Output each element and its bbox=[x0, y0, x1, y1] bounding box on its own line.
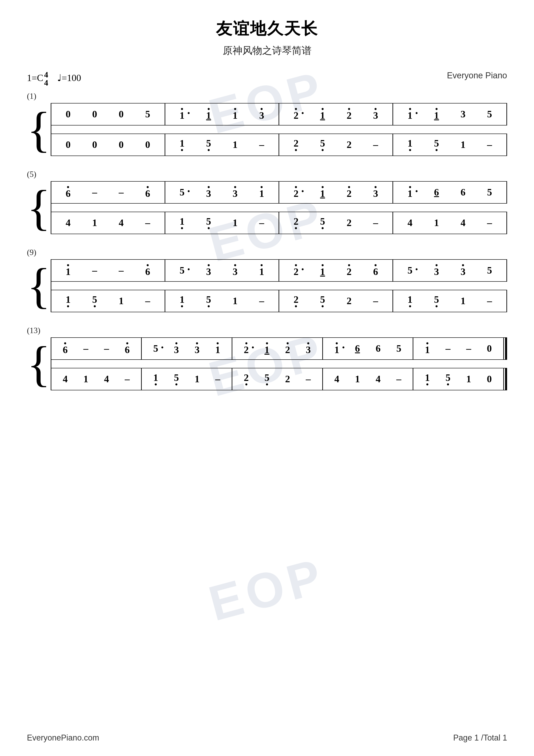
measure-3-2-lower: 1 5 1 – bbox=[165, 290, 279, 312]
note: 1 bbox=[422, 342, 432, 355]
section-num-2: (5) bbox=[27, 170, 507, 179]
note: 1 · bbox=[405, 186, 415, 199]
measure-4-4-lower: 4 1 4 – bbox=[323, 368, 413, 390]
note: 2 · bbox=[291, 264, 301, 277]
note: – bbox=[116, 187, 126, 197]
section-2: (5) { 6 – – 6 bbox=[27, 170, 507, 234]
note: 5 bbox=[443, 373, 453, 385]
note: 1 · bbox=[405, 108, 415, 121]
footer-left: EveryonePiano.com bbox=[27, 733, 99, 742]
page-subtitle: 原神风物之诗琴简谱 bbox=[27, 44, 507, 57]
note: 5 · bbox=[405, 265, 415, 275]
final-barline-upper bbox=[503, 338, 507, 359]
lower-row-2: 4 1 4 – 1 5 bbox=[51, 212, 507, 234]
note: 2 bbox=[291, 295, 301, 307]
section-num-3: (9) bbox=[27, 248, 507, 257]
page: EOP EOP EOP EOP 友谊地久天长 原神风物之诗琴简谱 1=C44 ♩… bbox=[0, 0, 534, 756]
barline bbox=[506, 103, 507, 125]
note: – bbox=[485, 296, 495, 306]
note: 4 bbox=[102, 374, 112, 384]
upper-row-2: 6 – – 6 5 · bbox=[51, 181, 507, 203]
measure-1-3-lower: 2 5 2 – bbox=[279, 134, 393, 155]
note: 1 bbox=[63, 264, 73, 277]
measure-4-3-lower: 2 5 2 – bbox=[232, 368, 322, 390]
note: 1 bbox=[230, 140, 240, 150]
note: – bbox=[394, 374, 404, 384]
measure-3-3-upper: 2 · 1 2 6 bbox=[279, 260, 393, 281]
barline bbox=[506, 260, 507, 281]
note: 0 bbox=[143, 140, 153, 150]
note: 4 bbox=[405, 218, 415, 228]
staff-system-3: { 1 – – 6 bbox=[27, 259, 507, 312]
brace-3: { bbox=[27, 259, 51, 312]
note: 1 bbox=[213, 342, 223, 355]
measure-2-2-lower: 1 5 1 – bbox=[165, 212, 279, 234]
measure-3-1-lower: 1 5 1 – bbox=[51, 290, 165, 312]
note: 5 bbox=[431, 295, 441, 307]
measure-3-3-lower: 2 5 2 – bbox=[279, 290, 393, 312]
note: 4 bbox=[60, 374, 70, 384]
staff-body-3: 1 – – 6 5 · bbox=[51, 259, 507, 312]
note: 5 bbox=[204, 295, 214, 307]
measure-4-5-lower: 1 5 1 0 bbox=[413, 368, 503, 390]
note: 1 bbox=[90, 218, 100, 228]
barline bbox=[506, 182, 507, 203]
note: 1 bbox=[177, 139, 187, 151]
note: 3 bbox=[204, 186, 214, 199]
note: 1 bbox=[464, 374, 474, 384]
note: 2 bbox=[344, 296, 354, 306]
note: 1 bbox=[318, 186, 327, 199]
note: 3 bbox=[371, 186, 381, 199]
lower-row-3: 1 5 1 – bbox=[51, 290, 507, 312]
measure-2-2-upper: 5 · 3 3 1 bbox=[165, 182, 279, 203]
header-info: 1=C44 ♩=100 Everyone Piano bbox=[27, 71, 507, 87]
note: 1 bbox=[431, 108, 441, 121]
note: 1 bbox=[116, 296, 126, 306]
note: – bbox=[371, 140, 381, 150]
note: 6 bbox=[431, 187, 441, 197]
measure-1-4-upper: 1 · 1 3 5 bbox=[393, 103, 506, 125]
measure-2-3-upper: 2 · 1 2 3 bbox=[279, 182, 393, 203]
measure-4-5-upper: 1 – – 0 bbox=[413, 338, 503, 359]
staff-body-4: 6 – – 6 5 · bbox=[51, 338, 507, 390]
note: 1 bbox=[63, 295, 73, 307]
note: 1 bbox=[262, 342, 272, 355]
section-1: (1) { 0 0 0 5 bbox=[27, 91, 507, 156]
section-num-1: (1) bbox=[27, 91, 507, 101]
brace-1: { bbox=[27, 103, 51, 156]
section-num-4: (13) bbox=[27, 326, 507, 335]
note: 6 bbox=[63, 186, 73, 199]
note: 3 bbox=[171, 342, 181, 355]
note: 2 bbox=[291, 217, 301, 229]
final-barline-lower bbox=[503, 368, 507, 390]
measure-3-2-upper: 5 · 3 3 1 bbox=[165, 260, 279, 281]
note: 3 bbox=[230, 186, 240, 199]
brace-4: { bbox=[27, 338, 51, 390]
note: 0 bbox=[116, 140, 126, 150]
note: 1 bbox=[230, 296, 240, 306]
note: 6 bbox=[143, 264, 153, 277]
note: 0 bbox=[63, 109, 73, 119]
note: – bbox=[90, 265, 100, 275]
staff-gap-3 bbox=[51, 282, 507, 290]
note: 0 bbox=[90, 109, 100, 119]
note: 1 bbox=[230, 108, 240, 121]
note: 3 bbox=[431, 264, 441, 277]
note: 2 bbox=[344, 186, 354, 199]
measure-3-1-upper: 1 – – 6 bbox=[51, 260, 165, 281]
note: 0 bbox=[116, 109, 126, 119]
measure-4-2-upper: 5 · 3 3 1 bbox=[142, 338, 232, 359]
measure-1-2-lower: 1 5 1 – bbox=[165, 134, 279, 155]
note: 5 bbox=[485, 187, 495, 197]
barline bbox=[506, 212, 507, 234]
measure-1-2-upper: 1 · 1 1 3 bbox=[165, 103, 279, 125]
measure-3-4-lower: 1 5 1 – bbox=[393, 290, 506, 312]
staff-gap-2 bbox=[51, 203, 507, 212]
note: 1 · bbox=[177, 108, 187, 121]
note: 1 bbox=[318, 264, 327, 277]
note: 1 bbox=[192, 374, 202, 384]
note: 0 bbox=[484, 344, 494, 354]
note: 3 bbox=[204, 264, 214, 277]
note: – bbox=[443, 344, 453, 354]
note: – bbox=[371, 296, 381, 306]
